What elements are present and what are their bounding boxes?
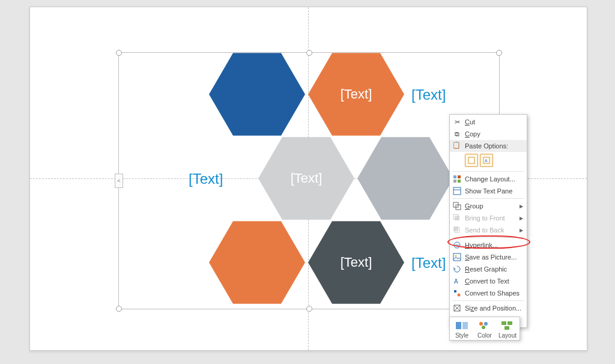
- hex-bot-left[interactable]: [209, 221, 305, 304]
- menu-send-to-back: Send to Back ▶: [450, 224, 527, 236]
- svg-point-32: [479, 322, 483, 326]
- toolbar-color-button[interactable]: Color: [476, 320, 493, 339]
- menu-hyperlink[interactable]: Hyperlink...: [450, 239, 527, 251]
- toolbar-style-button[interactable]: Style: [453, 320, 470, 339]
- menu-show-text-pane[interactable]: Show Text Pane: [450, 185, 527, 197]
- svg-point-23: [455, 255, 457, 257]
- paste-options-row: A: [450, 152, 527, 170]
- send-back-icon: [452, 225, 462, 235]
- menu-separator: [452, 171, 524, 172]
- copy-icon: ⧉: [452, 129, 462, 139]
- svg-rect-19: [453, 226, 458, 231]
- submenu-arrow-icon: ▶: [520, 216, 523, 221]
- menu-change-layout[interactable]: Change Layout...: [450, 173, 527, 185]
- smartart-mini-toolbar: Style Color Layout: [449, 317, 520, 341]
- menu-group[interactable]: Group ▶: [450, 200, 527, 212]
- svg-rect-36: [507, 321, 512, 325]
- color-icon: [477, 320, 492, 332]
- svg-text:A: A: [454, 278, 458, 285]
- hex-top-right[interactable]: [Text]: [308, 53, 404, 136]
- paste-option-2[interactable]: A: [480, 154, 493, 167]
- paste-option-1[interactable]: [465, 154, 478, 167]
- hex-label: [Text]: [258, 171, 354, 186]
- hex-label: [Text]: [308, 86, 404, 102]
- convert-shapes-icon: [452, 288, 462, 298]
- svg-point-34: [482, 326, 485, 329]
- submenu-arrow-icon: ▶: [520, 204, 523, 209]
- svg-rect-37: [504, 326, 509, 330]
- reset-icon: [452, 264, 462, 274]
- svg-point-26: [458, 294, 461, 297]
- menu-save-as-picture[interactable]: Save as Picture...: [450, 251, 527, 263]
- menu-copy[interactable]: ⧉ Copy: [450, 128, 527, 140]
- convert-text-icon: A: [452, 276, 462, 286]
- menu-reset-graphic[interactable]: Reset Graphic: [450, 263, 527, 275]
- svg-rect-12: [458, 180, 461, 183]
- svg-marker-0: [209, 53, 305, 136]
- bring-front-icon: [452, 213, 462, 223]
- hex-mid-left[interactable]: [Text]: [258, 137, 354, 220]
- svg-rect-9: [453, 175, 456, 178]
- menu-cut[interactable]: ✂ Cut: [450, 116, 527, 128]
- side-label-bot[interactable]: [Text]: [411, 255, 446, 271]
- svg-rect-35: [501, 321, 506, 325]
- layout-tool-icon: [500, 320, 515, 332]
- svg-rect-31: [462, 322, 468, 329]
- svg-rect-30: [456, 322, 461, 329]
- svg-text:A: A: [485, 159, 488, 163]
- side-label-top[interactable]: [Text]: [411, 86, 446, 103]
- svg-marker-4: [209, 221, 305, 304]
- text-pane-icon: [452, 186, 462, 196]
- svg-rect-25: [454, 290, 456, 293]
- menu-size-and-position[interactable]: Size and Position...: [450, 302, 527, 314]
- hyperlink-icon: [452, 240, 462, 250]
- svg-rect-10: [458, 175, 461, 178]
- menu-convert-to-text[interactable]: A Convert to Text: [450, 275, 527, 287]
- hex-bot-right[interactable]: [Text]: [308, 221, 404, 304]
- hex-mid-right[interactable]: [357, 137, 453, 220]
- side-label-mid[interactable]: [Text]: [189, 171, 223, 187]
- style-icon: [455, 320, 469, 332]
- svg-rect-6: [468, 157, 474, 163]
- menu-separator: [452, 300, 524, 301]
- paste-icon: 📋: [452, 141, 462, 151]
- svg-rect-11: [453, 180, 456, 183]
- save-picture-icon: [452, 252, 462, 262]
- menu-paste-options-header: 📋 Paste Options:: [450, 140, 527, 152]
- context-menu: ✂ Cut ⧉ Copy 📋 Paste Options: A Change L…: [449, 114, 527, 328]
- cut-icon: ✂: [452, 117, 462, 127]
- smartart-selection-box[interactable]: < [Text] [Text] [Text] [Text]: [118, 52, 500, 309]
- smartart-graphic[interactable]: [Text] [Text] [Text] [Text] [Text] [Text…: [119, 53, 499, 309]
- svg-rect-13: [453, 187, 461, 195]
- menu-convert-to-shapes[interactable]: Convert to Shapes: [450, 287, 527, 299]
- size-position-icon: [452, 303, 462, 313]
- svg-rect-22: [453, 253, 461, 261]
- group-icon: [452, 201, 462, 211]
- svg-rect-17: [455, 216, 459, 220]
- layout-icon: [452, 174, 462, 184]
- hex-top-left[interactable]: [209, 53, 305, 136]
- svg-point-33: [484, 322, 488, 326]
- menu-separator: [452, 237, 524, 238]
- toolbar-layout-button[interactable]: Layout: [499, 320, 516, 339]
- submenu-arrow-icon: ▶: [520, 228, 523, 233]
- menu-separator: [452, 198, 524, 199]
- svg-marker-3: [357, 137, 453, 220]
- menu-bring-to-front: Bring to Front ▶: [450, 212, 527, 224]
- hex-label: [Text]: [308, 255, 404, 270]
